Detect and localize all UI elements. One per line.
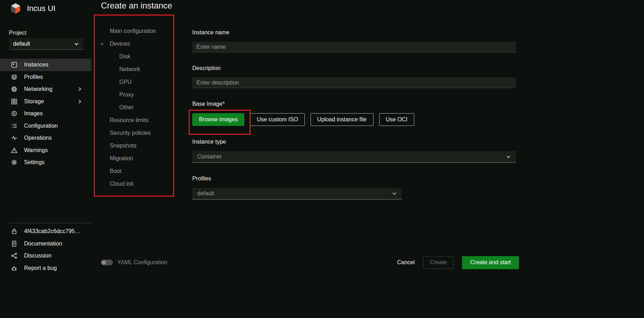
sidebar-item-configuration[interactable]: Configuration	[0, 120, 91, 132]
configuration-icon	[11, 122, 18, 129]
use-custom-iso-button[interactable]: Use custom ISO	[250, 113, 304, 126]
operations-icon	[11, 134, 18, 141]
bug-icon	[11, 265, 18, 272]
create-and-start-button[interactable]: Create and start	[462, 256, 519, 269]
sidebar-item-label: Discussion	[24, 253, 51, 259]
networking-icon	[11, 86, 18, 93]
browse-images-button[interactable]: Browse images	[192, 113, 244, 126]
share-icon	[11, 252, 18, 259]
sidebar-item-label: Configuration	[24, 123, 58, 129]
form-nav-label: Main configuration	[110, 28, 156, 34]
sidebar-item-label: 4f433cab2c6dcc795…	[24, 228, 80, 235]
toggle-switch	[101, 260, 113, 265]
form-nav-label: Proxy	[119, 92, 134, 98]
profiles-icon	[11, 74, 18, 81]
upload-instance-file-button[interactable]: Upload instance file	[310, 113, 374, 126]
sidebar-item-profiles[interactable]: Profiles	[0, 71, 91, 83]
brand-title: Incus UI	[27, 4, 56, 13]
form-nav-item-other[interactable]: Other	[94, 101, 174, 114]
form-nav-label: Boot	[110, 168, 121, 174]
instance-name-label: Instance name	[192, 29, 516, 36]
cancel-button[interactable]: Cancel	[397, 259, 415, 266]
form-nav-item-devices[interactable]: Devices	[94, 37, 174, 50]
form-nav-item-network[interactable]: Network	[94, 63, 174, 76]
form-nav-item-proxy[interactable]: Proxy	[94, 88, 174, 101]
form-nav-label: Other	[119, 104, 133, 110]
sidebar-item-label: Warnings	[24, 147, 48, 154]
form-nav-label: Migration	[110, 155, 133, 161]
chevron-down-icon	[506, 154, 511, 159]
base-image-buttons: Browse images Use custom ISO Upload inst…	[192, 113, 516, 126]
toggle-knob	[102, 260, 106, 265]
profiles-label: Profiles	[192, 175, 516, 182]
storage-icon	[11, 98, 18, 105]
chevron-down-icon	[100, 42, 104, 46]
form-actions: Cancel Create Create and start	[397, 256, 519, 269]
form-nav-label: Network	[119, 66, 140, 72]
sidebar-nav: Instances Profiles Networking Storage Im…	[0, 59, 91, 169]
sidebar-item-warnings[interactable]: Warnings	[0, 144, 91, 157]
description-label: Description	[192, 65, 516, 71]
settings-icon	[11, 159, 18, 166]
form-nav-label: Disk	[119, 53, 130, 59]
form-nav-item-migration[interactable]: Migration	[94, 152, 174, 165]
instances-icon	[11, 61, 18, 68]
sidebar-item-report-bug[interactable]: Report a bug	[0, 262, 91, 274]
project-select[interactable]: default	[9, 38, 83, 50]
sidebar-divider	[9, 223, 91, 223]
create-button[interactable]: Create	[423, 256, 454, 269]
form-footer-bar: YAML Configuration Cancel Create Create …	[101, 255, 519, 270]
yaml-configuration-toggle[interactable]: YAML Configuration	[101, 259, 167, 266]
chevron-down-icon	[74, 41, 79, 46]
form-nav-label: Devices	[110, 41, 130, 47]
form-nav-item-resource-limits[interactable]: Resource limits	[94, 114, 174, 127]
project-label: Project	[9, 30, 27, 36]
sidebar-item-server-fingerprint[interactable]: 4f433cab2c6dcc795…	[0, 225, 91, 238]
sidebar-item-label: Instances	[24, 62, 48, 68]
lock-icon	[11, 228, 18, 235]
form-nav-label: Security policies	[110, 130, 151, 136]
chevron-down-icon	[392, 191, 397, 196]
form-nav-item-cloud-init[interactable]: Cloud init	[94, 178, 174, 190]
sidebar-item-label: Operations	[24, 135, 52, 141]
images-icon	[11, 110, 18, 117]
sidebar-item-settings[interactable]: Settings	[0, 156, 91, 169]
form-nav-label: Resource limits	[110, 117, 148, 123]
form-nav-item-snapshots[interactable]: Snapshots	[94, 139, 174, 152]
sidebar-item-label: Images	[24, 110, 42, 117]
sidebar-item-label: Settings	[24, 159, 45, 166]
form-nav-item-gpu[interactable]: GPU	[94, 76, 174, 88]
base-image-label: Base Image*	[192, 100, 516, 107]
form-nav-item-security-policies[interactable]: Security policies	[94, 127, 174, 139]
form-nav-item-boot[interactable]: Boot	[94, 165, 174, 178]
sidebar-item-storage[interactable]: Storage	[0, 96, 91, 108]
sidebar-item-label: Profiles	[24, 74, 43, 80]
use-oci-button[interactable]: Use OCI	[379, 113, 414, 126]
sidebar-item-networking[interactable]: Networking	[0, 83, 91, 96]
documentation-icon	[11, 240, 18, 247]
sidebar-footer: 4f433cab2c6dcc795… Documentation Discuss…	[0, 225, 91, 274]
instance-name-input[interactable]	[192, 42, 516, 52]
instance-type-label: Instance type	[192, 138, 516, 145]
incus-logo-icon	[9, 2, 22, 15]
sidebar-item-discussion[interactable]: Discussion	[0, 250, 91, 262]
form-nav-label: Cloud init	[110, 181, 133, 187]
sidebar-item-images[interactable]: Images	[0, 108, 91, 120]
sidebar-item-label: Documentation	[24, 241, 62, 247]
page-title: Create an instance	[101, 1, 172, 11]
form-nav-item-main-configuration[interactable]: Main configuration	[94, 25, 174, 37]
profiles-select[interactable]: default	[192, 188, 402, 200]
sidebar-item-label: Networking	[24, 86, 52, 92]
chevron-right-icon	[77, 99, 82, 104]
form-nav-item-disk[interactable]: Disk	[94, 50, 174, 63]
description-input[interactable]	[192, 77, 516, 88]
form-nav-label: Snapshots	[110, 143, 137, 149]
sidebar-item-operations[interactable]: Operations	[0, 132, 91, 144]
sidebar-item-instances[interactable]: Instances	[0, 59, 91, 71]
warnings-icon	[11, 147, 18, 154]
instance-type-select[interactable]: Container	[192, 151, 516, 163]
instance-type-value: Container	[197, 154, 222, 160]
form-section-nav: Main configuration Devices Disk Network …	[94, 25, 174, 190]
yaml-toggle-label: YAML Configuration	[117, 259, 167, 266]
sidebar-item-documentation[interactable]: Documentation	[0, 238, 91, 250]
